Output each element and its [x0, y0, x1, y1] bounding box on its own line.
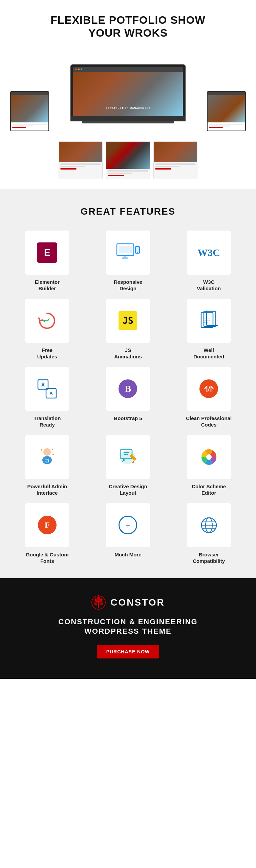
features-section: GREAT FEATURES E ElementorBuilder: [0, 189, 256, 578]
mockup-display: CONSTRUCTION MANAGEMENT: [7, 50, 249, 138]
feature-label-browser: BrowserCompatibility: [193, 551, 225, 565]
feature-icon-box-admin: [25, 435, 69, 479]
feature-responsive: ResponsiveDesign: [91, 231, 165, 292]
feature-label-creative: Creative DesignLayout: [109, 483, 147, 496]
js-icon: JS: [119, 311, 137, 330]
svg-rect-28: [46, 462, 48, 463]
mockup-left-tablet: [10, 91, 49, 131]
feature-label-more: Much More: [114, 551, 141, 558]
features-grid: E ElementorBuilder ResponsiveDesign: [10, 231, 246, 565]
svg-point-39: [206, 454, 212, 460]
mockup-right-tablet: [207, 91, 246, 131]
feature-icon-box-browser: [187, 503, 231, 547]
feature-icon-box-clean: [187, 367, 231, 411]
feature-label-elementor: ElementorBuilder: [35, 279, 60, 292]
feature-elementor: E ElementorBuilder: [10, 231, 84, 292]
feature-label-responsive: ResponsiveDesign: [114, 279, 142, 292]
responsive-icon: [116, 243, 140, 262]
svg-rect-1: [119, 246, 132, 253]
feature-label-translation: TranslationReady: [34, 415, 61, 428]
feature-icon-box-responsive: [106, 231, 150, 275]
admin-icon: [36, 446, 58, 468]
creative-icon: [117, 446, 139, 468]
footer-logo: CONSTOR: [10, 595, 246, 610]
portfolio-section: FLEXIBLE POTFOLIO SHOW YOUR WROKS: [0, 0, 256, 189]
feature-admin: Powerfull AdminInterface: [10, 435, 84, 496]
svg-point-23: [46, 460, 48, 462]
feature-label-bootstrap: Bootstrap 5: [114, 415, 142, 422]
clean-icon: [199, 379, 218, 398]
feature-icon-box-google: F: [25, 503, 69, 547]
project-card-2: [106, 141, 150, 179]
feature-documented: WellDocumented: [172, 299, 246, 360]
svg-rect-27: [46, 458, 48, 459]
purchase-button[interactable]: PURCHASE NOW: [97, 645, 159, 658]
feature-icon-box-bootstrap: B: [106, 367, 150, 411]
svg-rect-2: [122, 257, 128, 259]
feature-label-js: JSAnimations: [114, 347, 142, 360]
feature-browser: BrowserCompatibility: [172, 503, 246, 565]
feature-icon-box-js: JS: [106, 299, 150, 343]
svg-rect-9: [204, 311, 216, 327]
feature-icon-box-more: +: [106, 503, 150, 547]
svg-rect-29: [45, 460, 46, 461]
svg-point-24: [41, 449, 42, 451]
feature-icon-box-documented: [187, 299, 231, 343]
footer-section: CONSTOR CONSTRUCTION & ENGINEERING WORDP…: [0, 578, 256, 679]
feature-js: JS JSAnimations: [91, 299, 165, 360]
color-icon: [199, 447, 219, 467]
feature-color: Color SchemeEditor: [172, 435, 246, 496]
project-cards-row: [7, 141, 249, 179]
bootstrap-icon: B: [119, 379, 137, 398]
svg-point-6: [137, 252, 138, 253]
svg-point-20: [43, 448, 51, 456]
svg-point-26: [52, 454, 54, 455]
svg-rect-3: [124, 256, 126, 257]
elementor-icon: E: [37, 242, 57, 263]
more-icon: +: [119, 516, 137, 534]
footer-logo-icon: [91, 595, 106, 610]
svg-point-25: [52, 449, 53, 450]
feature-google: F Google & CustomFonts: [10, 503, 84, 565]
feature-label-clean: Clean ProfessionalCodes: [186, 415, 232, 428]
svg-line-19: [208, 386, 210, 392]
feature-label-documented: WellDocumented: [193, 347, 224, 360]
features-heading: GREAT FEATURES: [10, 206, 246, 217]
svg-text:A: A: [50, 391, 53, 396]
footer-tagline: CONSTRUCTION & ENGINEERING WORDPRESS THE…: [10, 617, 246, 636]
w3c-icon: W3C: [197, 247, 220, 258]
feature-label-color: Color SchemeEditor: [192, 483, 226, 496]
feature-icon-box-creative: [106, 435, 150, 479]
feature-translation: 文 A TranslationReady: [10, 367, 84, 428]
footer-logo-text: CONSTOR: [110, 597, 165, 608]
feature-label-admin: Powerfull AdminInterface: [27, 483, 67, 496]
feature-icon-box-translation: 文 A: [25, 367, 69, 411]
translation-icon: 文 A: [37, 379, 57, 399]
mockup-center-desktop: CONSTRUCTION MANAGEMENT: [70, 64, 186, 123]
browser-icon: [199, 515, 219, 535]
feature-icon-box-w3c: W3C: [187, 231, 231, 275]
feature-updates: FreeUpdates: [10, 299, 84, 360]
feature-w3c: W3C W3CValidation: [172, 231, 246, 292]
feature-label-updates: FreeUpdates: [37, 347, 57, 360]
feature-icon-box-color: [187, 435, 231, 479]
project-card-3: [153, 141, 197, 179]
svg-rect-30: [49, 460, 50, 461]
screen-text: CONSTRUCTION MANAGEMENT: [106, 107, 150, 109]
project-card-1: [59, 141, 103, 179]
portfolio-title: FLEXIBLE POTFOLIO SHOW YOUR WROKS: [7, 14, 249, 40]
google-icon: F: [38, 516, 57, 534]
updates-icon: [37, 311, 57, 331]
feature-icon-box-updates: [25, 299, 69, 343]
svg-text:文: 文: [41, 381, 45, 387]
svg-rect-5: [136, 247, 139, 252]
feature-creative: Creative DesignLayout: [91, 435, 165, 496]
feature-more: + Much More: [91, 503, 165, 565]
feature-label-w3c: W3CValidation: [197, 279, 221, 292]
feature-label-google: Google & CustomFonts: [26, 551, 69, 565]
documented-icon: [199, 311, 218, 331]
feature-icon-box-elementor: E: [25, 231, 69, 275]
feature-clean: Clean ProfessionalCodes: [172, 367, 246, 428]
feature-bootstrap: B Bootstrap 5: [91, 367, 165, 428]
